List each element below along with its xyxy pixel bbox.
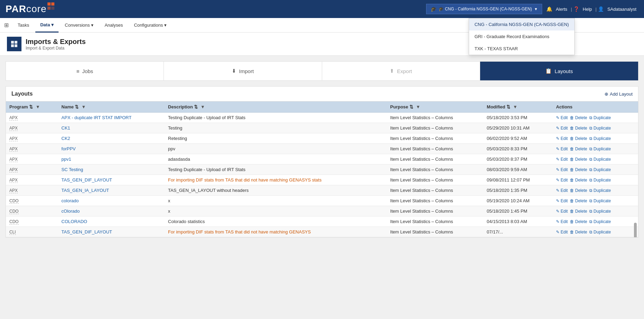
layout-name-link[interactable]: TAS_GEN_IA_LAYOUT [61,188,109,193]
layout-name-link[interactable]: CK2 [61,136,70,141]
table-row: APX CK2 Retesting Item Level Statistics … [6,133,638,144]
layout-name-link[interactable]: CK1 [61,125,70,131]
cell-program: APX [6,123,58,133]
layout-name-link[interactable]: TAS_GEN_DIF_LAYOUT [61,177,112,183]
tab-jobs[interactable]: ≡ Jobs [6,62,164,80]
cell-modified: 04/15/2013 8:03 AM [483,216,553,227]
tab-layouts[interactable]: 📋 Layouts [480,62,638,80]
col-description: Description ⇅ ▼ [165,101,387,113]
edit-action[interactable]: ✎ Edit [556,126,568,131]
tab-export[interactable]: ⬆ Export [322,62,480,80]
dropdown-item-cng[interactable]: CNG - California NGSS-GEN (CA-NGSS-GEN) [469,18,574,30]
delete-action[interactable]: 🗑 Delete [570,188,587,193]
layout-name-link[interactable]: cOlorado [61,209,80,214]
page-icon [7,37,21,51]
edit-action[interactable]: ✎ Edit [556,157,568,162]
nav-conversions[interactable]: Conversions ▾ [60,18,98,33]
delete-action[interactable]: 🗑 Delete [570,219,587,224]
col-actions: Actions [553,101,638,113]
cell-purpose: Item Level Statistics – Columns [387,165,483,175]
program-selector[interactable]: 🎓 🎓 CNG - California NGSS-GEN (CA-NGSS-G… [426,4,542,14]
delete-action[interactable]: 🗑 Delete [570,209,587,214]
svg-rect-0 [11,41,14,44]
duplicate-action[interactable]: ⧉ Duplicate [589,167,611,172]
layout-name-link[interactable]: ppv1 [61,157,71,162]
edit-action[interactable]: ✎ Edit [556,147,568,151]
nav-analyses[interactable]: Analyses [100,18,128,33]
nav-links: 🔔 Alerts | ❓ Help | 👤 SAdataanalyst [546,5,638,13]
duplicate-action[interactable]: ⧉ Duplicate [589,198,611,203]
cell-purpose: Item Level Statistics – Columns [387,185,483,196]
table-row: APX TAS_GEN_IA_LAYOUT TAS_GEN_IA_LAYOUT … [6,185,638,196]
nav-data[interactable]: Data ▾ [35,18,59,33]
layout-name-link[interactable]: APX - duplicate IRT STAT IMPORT [61,115,131,120]
delete-action[interactable]: 🗑 Delete [570,147,587,151]
logo: PARcore [6,3,54,15]
delete-action[interactable]: 🗑 Delete [570,167,587,172]
edit-action[interactable]: ✎ Edit [556,230,568,234]
duplicate-action[interactable]: ⧉ Duplicate [589,157,611,162]
nav-configurations[interactable]: Configurations ▾ [129,18,171,33]
page-subtitle: Import & Export Data [26,46,86,51]
cell-purpose: Item Level Statistics – Columns [387,227,483,237]
delete-action[interactable]: 🗑 Delete [570,230,587,234]
cell-purpose: Item Level Statistics – Columns [387,216,483,227]
layout-name-link[interactable]: COLORADO [61,219,87,224]
duplicate-action[interactable]: ⧉ Duplicate [589,147,611,151]
top-nav-right: 🎓 🎓 CNG - California NGSS-GEN (CA-NGSS-G… [426,4,638,14]
duplicate-action[interactable]: ⧉ Duplicate [589,115,611,120]
delete-action[interactable]: 🗑 Delete [570,157,587,162]
alerts-link[interactable]: Alerts [554,5,569,13]
layouts-table: Program ⇅ ▼ Name ⇅ ▼ Description ⇅ ▼ Pur… [6,101,638,237]
dropdown-item-gri[interactable]: GRI - Graduate Record Examinations [469,30,574,43]
delete-action[interactable]: 🗑 Delete [570,178,587,183]
tab-import[interactable]: ⬇ Import [164,62,322,80]
layout-name-link[interactable]: SC Testing [61,167,83,172]
user-link[interactable]: SAdataanalyst [605,5,638,13]
grid-icon[interactable]: ⊞ [4,22,9,28]
cell-name: CK2 [58,133,165,144]
edit-action[interactable]: ✎ Edit [556,209,568,214]
delete-action[interactable]: 🗑 Delete [570,198,587,203]
duplicate-action[interactable]: ⧉ Duplicate [589,126,611,131]
edit-action[interactable]: ✎ Edit [556,178,568,183]
delete-action[interactable]: 🗑 Delete [570,136,587,141]
table-header: Program ⇅ ▼ Name ⇅ ▼ Description ⇅ ▼ Pur… [6,101,638,113]
table-row: CDO COLORADO Colorado statistics Item Le… [6,216,638,227]
cell-modified: 08/03/2020 9:59 AM [483,165,553,175]
delete-action[interactable]: 🗑 Delete [570,126,587,131]
duplicate-action[interactable]: ⧉ Duplicate [589,219,611,224]
dropdown-item-txk[interactable]: TXK - TEXAS STAAR [469,43,574,55]
scroll-indicator[interactable] [634,223,637,237]
edit-action[interactable]: ✎ Edit [556,188,568,193]
cell-actions: ✎ Edit 🗑 Delete ⧉ Duplicate [553,206,638,216]
cell-modified: 05/03/2020 8:37 PM [483,154,553,165]
layout-name-link[interactable]: colorado [61,198,79,203]
layout-name-link[interactable]: TAS_GEN_DIF_LAYOUT [61,229,112,234]
duplicate-action[interactable]: ⧉ Duplicate [589,230,611,234]
edit-action[interactable]: ✎ Edit [556,219,568,224]
layout-name-link[interactable]: forPPV [61,146,76,151]
cell-name: TAS_GEN_DIF_LAYOUT [58,175,165,185]
cell-program: APX [6,165,58,175]
edit-action[interactable]: ✎ Edit [556,167,568,172]
duplicate-action[interactable]: ⧉ Duplicate [589,136,611,141]
cell-purpose: Item Level Statistics – Columns [387,113,483,123]
delete-action[interactable]: 🗑 Delete [570,115,587,120]
cell-description: For importing DIF stats from TAS that di… [165,227,387,237]
duplicate-action[interactable]: ⧉ Duplicate [589,178,611,183]
edit-action[interactable]: ✎ Edit [556,198,568,203]
cell-name: ppv1 [58,154,165,165]
add-layout-button[interactable]: ⊕ Add Layout [605,91,633,97]
nav-tasks[interactable]: Tasks [13,18,34,33]
duplicate-action[interactable]: ⧉ Duplicate [589,188,611,193]
duplicate-action[interactable]: ⧉ Duplicate [589,209,611,214]
edit-action[interactable]: ✎ Edit [556,136,568,141]
help-link[interactable]: Help [581,5,594,13]
cell-name: SC Testing [58,165,165,175]
cell-description: x [165,196,387,206]
cell-purpose: Item Level Statistics – Columns [387,144,483,154]
cell-actions: ✎ Edit 🗑 Delete ⧉ Duplicate [553,113,638,123]
table-row: APX SC Testing Testing Duplicate - Uploa… [6,165,638,175]
edit-action[interactable]: ✎ Edit [556,115,568,120]
